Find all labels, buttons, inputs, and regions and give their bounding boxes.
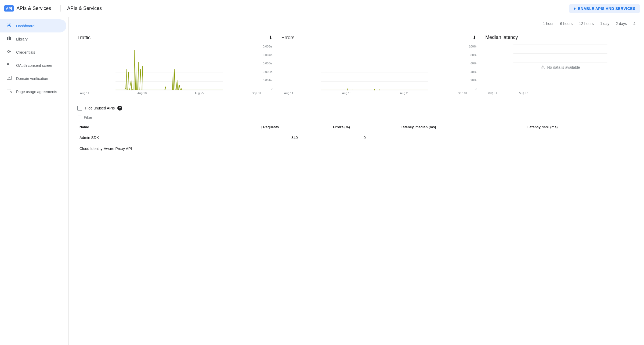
col-requests-label: ↓ bbox=[261, 125, 262, 129]
charts-section: Traffic ⬇ bbox=[69, 30, 644, 99]
svg-point-18 bbox=[10, 91, 12, 93]
sidebar: Dashboard Library Credentia bbox=[0, 17, 69, 345]
col-errors: Errors (%) bbox=[331, 122, 399, 132]
traffic-chart-title: Traffic bbox=[77, 35, 91, 41]
errors-download-icon[interactable]: ⬇ bbox=[472, 35, 476, 41]
traffic-x-aug18: Aug 18 bbox=[137, 91, 147, 95]
traffic-y-label-4: 0.001/s bbox=[263, 79, 272, 82]
filter-row[interactable]: Filter bbox=[77, 115, 635, 120]
traffic-chart-header: Traffic ⬇ bbox=[77, 35, 273, 41]
errors-x-labels: Aug 11 Aug 18 Aug 25 Sep 01 bbox=[281, 91, 467, 95]
svg-rect-3 bbox=[10, 37, 11, 40]
svg-rect-2 bbox=[9, 36, 10, 40]
svg-rect-12 bbox=[8, 64, 9, 65]
svg-rect-11 bbox=[8, 63, 9, 64]
svg-rect-9 bbox=[7, 64, 8, 65]
svg-rect-10 bbox=[7, 66, 8, 66]
content-area: 1 hour 6 hours 12 hours 1 day 2 days 4 T… bbox=[69, 17, 644, 345]
row-0-latency-95 bbox=[525, 132, 635, 143]
traffic-x-labels: Aug 11 Aug 18 Aug 25 Sep 01 bbox=[77, 91, 261, 95]
errors-chart: Errors ⬇ bbox=[281, 35, 481, 95]
credentials-icon bbox=[6, 49, 12, 56]
median-latency-chart: Median latency ⚠ No data is available bbox=[485, 35, 635, 95]
time-range-6hours[interactable]: 6 hours bbox=[560, 21, 573, 26]
row-0-latency-median bbox=[399, 132, 525, 143]
row-1-errors bbox=[331, 143, 399, 154]
api-logo: API bbox=[4, 5, 14, 12]
traffic-x-aug25: Aug 25 bbox=[194, 91, 204, 95]
traffic-download-icon[interactable]: ⬇ bbox=[269, 35, 273, 41]
errors-y-label-2: 60% bbox=[469, 62, 476, 65]
time-range-1day[interactable]: 1 day bbox=[600, 21, 609, 26]
top-bar: API APIs & Services APIs & Services + EN… bbox=[0, 0, 644, 17]
app-logo-section: API APIs & Services bbox=[4, 5, 61, 12]
no-data-text: No data is available bbox=[547, 65, 580, 69]
time-range-bar: 1 hour 6 hours 12 hours 1 day 2 days 4 bbox=[69, 17, 644, 30]
col-latency-median: Latency, median (ms) bbox=[399, 122, 525, 132]
errors-chart-title: Errors bbox=[281, 35, 295, 41]
errors-y-label-1: 80% bbox=[469, 53, 476, 57]
help-icon[interactable]: ? bbox=[117, 106, 122, 111]
row-1-requests bbox=[258, 143, 331, 154]
sidebar-label-oauth: OAuth consent screen bbox=[16, 63, 53, 68]
svg-point-4 bbox=[8, 50, 10, 53]
traffic-y-label-5: 0 bbox=[263, 87, 272, 90]
hide-unused-row: Hide unused APIs ? bbox=[77, 106, 635, 111]
sidebar-label-library: Library bbox=[16, 37, 28, 41]
hide-unused-label: Hide unused APIs bbox=[85, 106, 115, 110]
median-latency-header: Median latency bbox=[485, 35, 635, 40]
enable-apis-button[interactable]: + ENABLE APIS AND SERVICES bbox=[569, 4, 640, 13]
sidebar-item-page-usage[interactable]: Page usage agreements bbox=[0, 85, 66, 98]
svg-point-0 bbox=[8, 24, 10, 26]
no-data-message: ⚠ No data is available bbox=[541, 64, 580, 70]
main-layout: Dashboard Library Credentia bbox=[0, 17, 644, 345]
table-row: Cloud Identity-Aware Proxy API bbox=[77, 143, 635, 154]
row-0-name: Admin SDK bbox=[77, 132, 258, 143]
plus-icon: + bbox=[574, 6, 576, 11]
enable-btn-label: ENABLE APIS AND SERVICES bbox=[578, 6, 635, 11]
hide-unused-checkbox[interactable] bbox=[77, 106, 82, 111]
sidebar-label-credentials: Credentials bbox=[16, 50, 35, 54]
latency-x-aug11: Aug 11 bbox=[488, 91, 497, 94]
traffic-x-aug11: Aug 11 bbox=[80, 91, 89, 95]
sidebar-item-domain[interactable]: Domain verification bbox=[0, 72, 66, 85]
sidebar-item-library[interactable]: Library bbox=[0, 32, 66, 46]
row-1-name: Cloud Identity-Aware Proxy API bbox=[77, 143, 258, 154]
errors-chart-header: Errors ⬇ bbox=[281, 35, 477, 41]
errors-y-label-5: 0 bbox=[469, 87, 476, 90]
errors-x-aug25: Aug 25 bbox=[400, 91, 409, 95]
time-range-2days[interactable]: 2 days bbox=[616, 21, 627, 26]
time-range-1hour[interactable]: 1 hour bbox=[543, 21, 554, 26]
filter-label[interactable]: Filter bbox=[84, 115, 92, 120]
sidebar-item-oauth[interactable]: OAuth consent screen bbox=[0, 59, 66, 72]
row-0-errors: 0 bbox=[331, 132, 399, 143]
traffic-chart: Traffic ⬇ bbox=[77, 35, 277, 95]
errors-y-label-0: 100% bbox=[469, 45, 476, 48]
sidebar-item-dashboard[interactable]: Dashboard bbox=[0, 19, 66, 32]
errors-x-aug18: Aug 18 bbox=[342, 91, 351, 95]
row-0-requests: 340 bbox=[258, 132, 331, 143]
time-range-4[interactable]: 4 bbox=[633, 21, 635, 26]
domain-icon bbox=[6, 75, 12, 82]
traffic-y-label-2: 0.003/s bbox=[263, 62, 272, 65]
api-list-section: Hide unused APIs ? Filter Name bbox=[69, 99, 644, 161]
latency-x-aug18: Aug 18 bbox=[519, 91, 528, 94]
filter-icon bbox=[77, 115, 82, 120]
traffic-y-label-0: 0.005/s bbox=[263, 45, 272, 48]
col-requests[interactable]: ↓ Requests bbox=[258, 122, 331, 132]
api-table: Name ↓ Requests Errors (%) Latency, medi… bbox=[77, 122, 635, 154]
median-latency-x-labels: Aug 11 Aug 18 bbox=[485, 91, 635, 94]
warning-icon: ⚠ bbox=[541, 64, 545, 70]
time-range-12hours[interactable]: 12 hours bbox=[579, 21, 594, 26]
sidebar-label-dashboard: Dashboard bbox=[16, 24, 35, 28]
col-latency-95: Latency, 95% (ms) bbox=[525, 122, 635, 132]
table-row: Admin SDK 340 0 bbox=[77, 132, 635, 143]
svg-rect-8 bbox=[7, 63, 8, 64]
svg-rect-1 bbox=[7, 37, 8, 40]
dashboard-icon bbox=[6, 23, 12, 29]
page-usage-icon bbox=[6, 88, 12, 95]
errors-x-sep01: Sep 01 bbox=[458, 91, 467, 95]
sidebar-item-credentials[interactable]: Credentials bbox=[0, 46, 66, 59]
table-header-row: Name ↓ Requests Errors (%) Latency, medi… bbox=[77, 122, 635, 132]
median-latency-title: Median latency bbox=[485, 35, 518, 40]
